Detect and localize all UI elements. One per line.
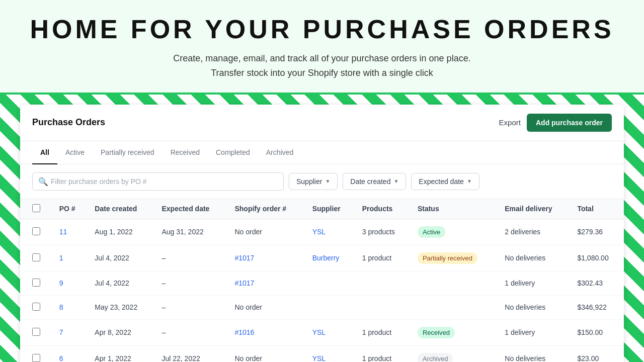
row-checkbox[interactable] <box>32 303 40 311</box>
email-delivery-cell: No deliveries <box>498 245 570 271</box>
status-cell: Partially received <box>411 245 498 271</box>
expected-date-filter-button[interactable]: Expected date ▼ <box>411 173 479 190</box>
supplier-filter-button[interactable]: Supplier ▼ <box>289 173 338 190</box>
select-all-checkbox[interactable] <box>32 204 40 212</box>
tab-completed[interactable]: Completed <box>208 141 258 164</box>
table-row: 11 Aug 1, 2022 Aug 31, 2022 No order YSL… <box>20 219 624 245</box>
supplier-cell <box>305 295 355 319</box>
date-created-cell: May 23, 2022 <box>88 295 154 319</box>
status-cell: Received <box>411 319 498 345</box>
po-link[interactable]: 9 <box>59 279 63 287</box>
table-row: 9 Jul 4, 2022 – #1017 1 delivery $302.43 <box>20 271 624 295</box>
search-wrapper: 🔍 <box>32 172 284 191</box>
app-container: Purchase Orders Export Add purchase orde… <box>0 95 644 362</box>
products-cell: 1 product <box>355 319 411 345</box>
row-checkbox[interactable] <box>32 328 40 336</box>
tab-active[interactable]: Active <box>57 141 93 164</box>
date-created-cell: Apr 8, 2022 <box>88 319 154 345</box>
tabs-bar: All Active Partially received Received C… <box>20 141 624 164</box>
card-title: Purchase Orders <box>32 117 105 128</box>
po-link[interactable]: 1 <box>59 254 63 262</box>
status-badge: Archived <box>418 353 453 362</box>
total-cell: $302.43 <box>570 271 624 295</box>
filters-row: 🔍 Supplier ▼ Date created ▼ Expected dat… <box>20 164 624 199</box>
col-header-total: Total <box>570 199 624 219</box>
col-header-date-created: Date created <box>88 199 154 219</box>
total-cell: $1,080.00 <box>570 245 624 271</box>
shopify-order-cell: No order <box>227 219 305 245</box>
status-badge: Active <box>418 226 445 238</box>
email-delivery-cell: 2 deliveries <box>498 219 570 245</box>
col-header-supplier: Supplier <box>305 199 355 219</box>
date-created-cell: Jul 4, 2022 <box>88 271 154 295</box>
date-created-cell: Jul 4, 2022 <box>88 245 154 271</box>
po-link[interactable]: 6 <box>59 354 63 362</box>
tab-archived[interactable]: Archived <box>258 141 301 164</box>
products-cell <box>355 295 411 319</box>
tab-partially-received[interactable]: Partially received <box>93 141 163 164</box>
products-cell <box>355 271 411 295</box>
shopify-order-cell: #1017 <box>227 271 305 295</box>
expected-date-cell: – <box>154 319 227 345</box>
shopify-order-cell: #1017 <box>227 245 305 271</box>
status-cell: Active <box>411 219 498 245</box>
header-actions: Export Add purchase order <box>499 114 612 132</box>
tab-all[interactable]: All <box>32 141 57 164</box>
shopify-order-cell: No order <box>227 345 305 362</box>
po-link[interactable]: 11 <box>59 228 67 236</box>
table-row: 1 Jul 4, 2022 – #1017 Burberry 1 product… <box>20 245 624 271</box>
table-header-row: PO # Date created Expected date Shopify … <box>20 199 624 219</box>
row-checkbox[interactable] <box>32 253 40 261</box>
supplier-link[interactable]: Burberry <box>312 254 340 262</box>
table-row: 6 Apr 1, 2022 Jul 22, 2022 No order YSL … <box>20 345 624 362</box>
tab-received[interactable]: Received <box>163 141 208 164</box>
col-header-shopify-order: Shopify order # <box>227 199 305 219</box>
shopify-order-cell: No order <box>227 295 305 319</box>
hero-subtitle: Create, manage, email, and track all of … <box>20 51 624 80</box>
po-link[interactable]: 7 <box>59 328 63 336</box>
export-button[interactable]: Export <box>499 118 521 127</box>
supplier-link[interactable]: YSL <box>312 354 326 362</box>
col-header-po: PO # <box>52 199 88 219</box>
row-checkbox[interactable] <box>32 354 40 362</box>
col-header-products: Products <box>355 199 411 219</box>
card-header: Purchase Orders Export Add purchase orde… <box>20 105 624 141</box>
email-delivery-cell: 1 delivery <box>498 271 570 295</box>
table-row: 7 Apr 8, 2022 – #1016 YSL 1 product Rece… <box>20 319 624 345</box>
search-input[interactable] <box>32 172 284 191</box>
table-row: 8 May 23, 2022 – No order No deliveries … <box>20 295 624 319</box>
expected-date-cell: – <box>154 271 227 295</box>
add-purchase-order-button[interactable]: Add purchase order <box>527 114 612 132</box>
table-wrapper: PO # Date created Expected date Shopify … <box>20 199 624 362</box>
search-icon: 🔍 <box>38 176 48 186</box>
total-cell: $279.36 <box>570 219 624 245</box>
email-delivery-cell: No deliveries <box>498 295 570 319</box>
supplier-cell: YSL <box>305 219 355 245</box>
expected-date-cell: – <box>154 295 227 319</box>
date-created-chevron-icon: ▼ <box>393 178 398 184</box>
po-link[interactable]: 8 <box>59 303 63 311</box>
status-cell: Archived <box>411 345 498 362</box>
col-header-email-delivery: Email delivery <box>498 199 570 219</box>
row-checkbox[interactable] <box>32 279 40 287</box>
expected-date-chevron-icon: ▼ <box>467 178 472 184</box>
total-cell: $150.00 <box>570 319 624 345</box>
status-badge: Partially received <box>418 252 477 264</box>
status-cell <box>411 271 498 295</box>
email-delivery-cell: No deliveries <box>498 345 570 362</box>
hero-banner: HOME FOR YOUR PURCHASE ORDERS Create, ma… <box>0 0 644 95</box>
supplier-link[interactable]: YSL <box>312 228 326 236</box>
status-cell <box>411 295 498 319</box>
hero-title: HOME FOR YOUR PURCHASE ORDERS <box>20 14 624 44</box>
products-cell: 1 product <box>355 245 411 271</box>
supplier-link[interactable]: YSL <box>312 328 326 336</box>
total-cell: $346,922 <box>570 295 624 319</box>
total-cell: $23.00 <box>570 345 624 362</box>
expected-date-cell: Aug 31, 2022 <box>154 219 227 245</box>
supplier-cell: YSL <box>305 319 355 345</box>
status-badge: Received <box>418 327 455 338</box>
email-delivery-cell: 1 delivery <box>498 319 570 345</box>
date-created-filter-button[interactable]: Date created ▼ <box>343 173 406 190</box>
row-checkbox[interactable] <box>32 227 40 235</box>
col-header-expected-date: Expected date <box>154 199 227 219</box>
